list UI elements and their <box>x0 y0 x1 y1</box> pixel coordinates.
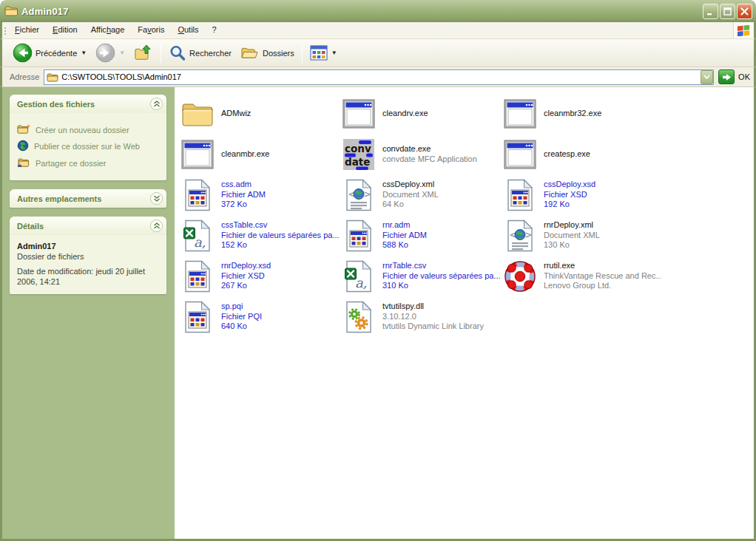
file-detail-line: ThinkVantage Rescue and Rec... <box>544 271 661 282</box>
file-name: rnrTable.csv <box>382 261 500 271</box>
file-item[interactable]: rnrDeploy.xsdFichier XSD267 Ko <box>178 256 339 296</box>
file-name: tvtutilspy.dll <box>382 302 484 312</box>
file-name: cleanmbr32.exe <box>544 109 601 119</box>
file-text: convdate.execonvdate MFC Application <box>382 144 477 164</box>
collapse-button[interactable] <box>150 98 163 110</box>
file-item[interactable]: cleanmbr32.exe <box>500 93 661 134</box>
file-item[interactable]: css.admFichier ADM372 Ko <box>178 174 339 215</box>
folders-label: Dossiers <box>263 49 294 58</box>
file-detail-line: Fichier PQI <box>221 312 262 322</box>
address-dropdown-button[interactable] <box>701 70 713 84</box>
file-item[interactable]: ADMwiz <box>178 93 339 134</box>
go-label: OK <box>738 72 750 81</box>
gears-dll-icon <box>342 300 376 334</box>
panel-details-header[interactable]: Détails <box>10 217 166 235</box>
address-input[interactable]: C:\SWTOOLS\TOOLS\Admin017 <box>44 69 714 85</box>
menu-grip[interactable] <box>2 24 8 36</box>
file-item[interactable]: rnr.admFichier ADM588 Ko <box>339 215 500 256</box>
back-dropdown-caret[interactable]: ▼ <box>81 50 87 56</box>
task-link[interactable]: Créer un nouveau dossier <box>17 123 162 136</box>
task-link-label: Partager ce dossier <box>36 159 106 168</box>
file-name: cssTable.csv <box>221 220 339 231</box>
views-dropdown-caret[interactable]: ▼ <box>331 50 337 56</box>
file-text: cleandrv.exe <box>382 109 428 119</box>
search-icon <box>169 44 186 62</box>
views-button[interactable]: ▼ <box>306 41 342 65</box>
up-button[interactable] <box>129 41 158 65</box>
panel-other-places-header[interactable]: Autres emplacements <box>10 189 166 208</box>
file-item[interactable]: a,rnrTable.csvFichier de valeurs séparée… <box>339 256 500 296</box>
file-item[interactable]: sp.pqiFichier PQI640 Ko <box>178 296 339 337</box>
search-button[interactable]: Rechercher <box>164 41 236 65</box>
file-name: sp.pqi <box>221 302 262 312</box>
task-link[interactable]: Publier ce dossier sur le Web <box>17 140 162 153</box>
title-bar[interactable]: Admin017 <box>0 0 756 22</box>
task-link-label: Créer un nouveau dossier <box>36 126 129 135</box>
collapse-button[interactable] <box>150 220 163 232</box>
file-item[interactable]: cleandrv.exe <box>339 93 500 134</box>
file-text: rnrDeploy.xmlDocument XML130 Ko <box>544 220 600 251</box>
file-item[interactable]: <>rnrDeploy.xmlDocument XML130 Ko <box>500 215 661 256</box>
back-button[interactable]: Précédente ▼ <box>8 41 91 65</box>
menu-item-affichage[interactable]: Affichage <box>84 22 132 38</box>
svg-text:>: > <box>364 188 371 199</box>
adm-grid-icon <box>180 178 215 212</box>
file-detail-line: Lenovo Group Ltd. <box>544 281 661 291</box>
shared-folder-icon <box>17 157 30 169</box>
menu-item-?[interactable]: ? <box>206 22 223 38</box>
menu-item-edition[interactable]: Edition <box>46 22 84 38</box>
file-item[interactable]: createsp.exe <box>500 134 661 174</box>
chevron-up-icon <box>153 222 161 229</box>
panel-file-tasks-body: Créer un nouveau dossierPublier ce dossi… <box>10 113 166 180</box>
svg-text:date: date <box>345 156 370 168</box>
file-detail-line: 640 Ko <box>221 321 262 332</box>
file-name: rnr.adm <box>382 220 427 231</box>
svg-text:a,: a, <box>194 234 206 250</box>
close-button[interactable] <box>737 4 752 19</box>
file-item[interactable]: a,cssTable.csvFichier de valeurs séparée… <box>178 215 339 256</box>
file-detail-line: 130 Ko <box>544 240 600 251</box>
back-label: Précédente <box>36 49 77 58</box>
minimize-button[interactable] <box>703 4 718 19</box>
file-item[interactable]: tvtutilspy.dll3.10.12.0tvtutils Dynamic … <box>339 296 500 337</box>
file-text: rrutil.exeThinkVantage Rescue and Rec...… <box>544 261 661 291</box>
file-item[interactable]: rrutil.exeThinkVantage Rescue and Rec...… <box>500 256 661 296</box>
panel-details-body: Admin017 Dossier de fichiers Date de mod… <box>10 235 166 294</box>
task-link[interactable]: Partager ce dossier <box>17 157 162 169</box>
expand-button[interactable] <box>150 192 163 205</box>
explorer-window: Admin017 FichierEditionAffichageFavorisO… <box>0 0 756 541</box>
back-arrow-icon <box>13 43 33 63</box>
file-name: ADMwiz <box>221 109 251 119</box>
forward-button[interactable]: ▼ <box>91 41 129 65</box>
file-detail-line: 372 Ko <box>221 200 266 210</box>
adm-grid-icon <box>503 178 537 212</box>
app-window-icon <box>180 137 215 171</box>
menu-item-favoris[interactable]: Favoris <box>131 22 171 38</box>
file-item[interactable]: cleanmbr.exe <box>178 134 339 174</box>
go-button[interactable] <box>718 69 735 84</box>
address-bar: Adresse C:\SWTOOLS\TOOLS\Admin017 OK <box>0 67 756 87</box>
file-detail-line: 152 Ko <box>221 240 339 251</box>
file-item[interactable]: cssDeploy.xsdFichier XSD192 Ko <box>500 174 661 215</box>
file-item[interactable]: <>cssDeploy.xmlDocument XML64 Ko <box>339 174 500 215</box>
panel-file-tasks-header[interactable]: Gestion des fichiers <box>10 95 166 113</box>
app-window-icon <box>503 137 537 171</box>
file-detail-line: 588 Ko <box>382 240 427 251</box>
menu-item-outils[interactable]: Outils <box>171 22 205 38</box>
search-label: Rechercher <box>189 49 232 58</box>
forward-dropdown-caret[interactable]: ▼ <box>119 50 125 56</box>
app-window-icon <box>503 97 537 131</box>
menu-bar: FichierEditionAffichageFavorisOutils? <box>0 22 756 39</box>
maximize-button[interactable] <box>720 4 735 19</box>
details-folder-name: Admin017 <box>17 242 162 251</box>
convdate-icon: convdate <box>342 137 376 171</box>
file-detail-line: 64 Ko <box>382 200 439 210</box>
menu-item-fichier[interactable]: Fichier <box>8 22 46 38</box>
file-name: css.adm <box>221 180 266 190</box>
file-detail-line: convdate MFC Application <box>382 154 477 165</box>
file-item[interactable]: convdateconvdate.execonvdate MFC Applica… <box>339 134 500 174</box>
file-text: rnr.admFichier ADM588 Ko <box>382 220 427 251</box>
file-text: createsp.exe <box>544 149 590 160</box>
folders-button[interactable]: Dossiers <box>236 41 299 65</box>
chevron-up-icon <box>153 101 161 107</box>
